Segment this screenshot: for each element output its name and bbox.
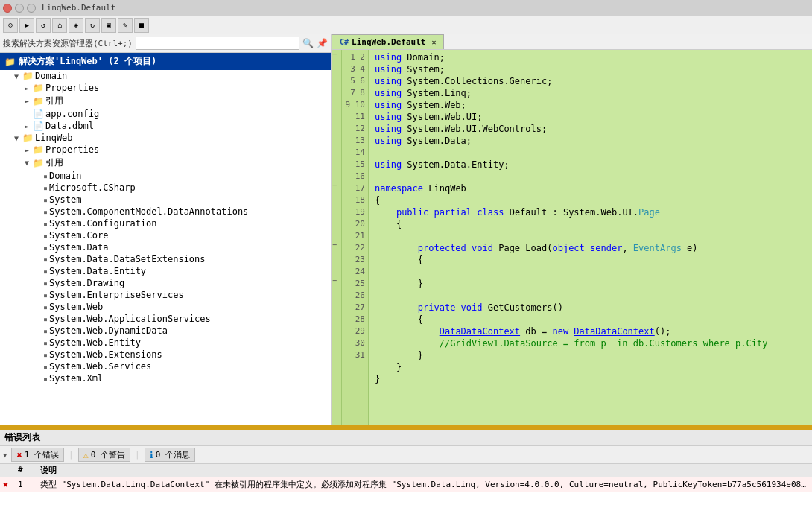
ref-icon: ▪ xyxy=(43,196,48,204)
tree-item-label: app.config xyxy=(45,109,99,119)
tree-item-label: System.Data.DataSetExtensions xyxy=(49,254,206,264)
tree-item[interactable]: ▼📁Domain xyxy=(0,70,331,82)
error-filter-btn[interactable]: ✖ 1 个错误 xyxy=(11,448,63,462)
tree-item[interactable]: ▪System.Web.DynamicData xyxy=(0,325,331,337)
ref-icon: ▪ xyxy=(43,363,48,371)
tree-item-label: LinqWeb xyxy=(35,133,73,143)
tree-item[interactable]: ▪System.Web.ApplicationServices xyxy=(0,313,331,325)
row-error-icon: ✖ xyxy=(3,480,18,490)
editor-tab-default[interactable]: C# LinqWeb.Default ✕ xyxy=(332,34,444,49)
file-icon: 📄 xyxy=(33,121,44,131)
tree-item[interactable]: ▪System.EnterpriseServices xyxy=(0,289,331,301)
ref-icon: ▪ xyxy=(43,184,48,192)
search-icon[interactable]: 🔍 xyxy=(302,38,314,48)
search-bar: 搜索解决方案资源管理器(Ctrl+;) 🔍 📌 xyxy=(0,34,331,53)
tree-item-label: System.Xml xyxy=(49,373,103,384)
tree-item-label: System.Web.Entity xyxy=(49,337,141,348)
filter-chevron[interactable]: ▼ xyxy=(3,451,7,459)
main-layout: 搜索解决方案资源管理器(Ctrl+;) 🔍 📌 📁 解决方案'LinqWeb' … xyxy=(0,34,812,425)
tab-icon: C# xyxy=(340,38,349,46)
expand-icon[interactable]: ► xyxy=(21,146,33,154)
close-btn[interactable] xyxy=(3,4,12,13)
tree-item[interactable]: ►📁引用 xyxy=(0,94,331,108)
tree-item[interactable]: ►📁Properties xyxy=(0,144,331,156)
tree-item-label: System.Drawing xyxy=(49,278,124,288)
warn-filter-btn[interactable]: ⚠ 0 个警告 xyxy=(78,448,130,462)
tree-item[interactable]: ▪System.ComponentModel.DataAnnotations xyxy=(0,206,331,218)
collapse-marker-4[interactable]: − xyxy=(332,276,337,285)
tree-item-label: Properties xyxy=(45,83,99,93)
collapse-marker-2[interactable]: − xyxy=(332,181,337,189)
pin-icon[interactable]: 📌 xyxy=(317,38,328,48)
title-text: LinqWeb.Default xyxy=(42,3,115,13)
info-filter-btn[interactable]: ℹ 0 个消息 xyxy=(145,448,195,462)
expand-icon[interactable]: ▼ xyxy=(10,134,22,142)
toolbar-btn-8[interactable]: ✎ xyxy=(118,18,133,33)
tree-item[interactable]: ▪System.Data xyxy=(0,241,331,253)
separator-2: | xyxy=(135,450,140,460)
tree-item[interactable]: ▪System.Xml xyxy=(0,372,331,384)
code-content[interactable]: using Domain; using System; using System… xyxy=(369,50,812,425)
tree-item[interactable]: ▪System.Configuration xyxy=(0,218,331,229)
tree-item[interactable]: ▪System.Web xyxy=(0,301,331,313)
maximize-btn[interactable] xyxy=(27,4,36,13)
tree-item[interactable]: 📄app.config xyxy=(0,108,331,120)
tab-close-icon[interactable]: ✕ xyxy=(431,38,436,46)
ref-icon: ▪ xyxy=(43,232,48,240)
tree-item[interactable]: ▪System.Data.Entity xyxy=(0,265,331,277)
tree-item-label: Domain xyxy=(35,71,67,81)
tree-item[interactable]: ▪System xyxy=(0,194,331,206)
tree-item[interactable]: ►📁Properties xyxy=(0,82,331,94)
toolbar-btn-4[interactable]: ⌂ xyxy=(52,18,67,33)
expand-icon[interactable]: ► xyxy=(21,122,33,130)
tree-item[interactable]: ▼📁引用 xyxy=(0,156,331,170)
minimize-btn[interactable] xyxy=(15,4,24,13)
ref-icon: ▪ xyxy=(43,267,48,276)
tree-item-label: System.Web.DynamicData xyxy=(49,326,168,336)
tree-item[interactable]: ▪System.Web.Entity xyxy=(0,337,331,349)
search-input[interactable] xyxy=(136,36,299,50)
tree-item-label: 引用 xyxy=(45,156,63,169)
tree-item[interactable]: ▪System.Web.Extensions xyxy=(0,349,331,361)
folder-icon: 📁 xyxy=(33,96,44,107)
bottom-panel: 错误列表 ▼ ✖ 1 个错误 | ⚠ 0 个警告 | ℹ 0 个消息 # 说明 … xyxy=(0,425,812,511)
toolbar-btn-6[interactable]: ↻ xyxy=(85,18,100,33)
tree-item[interactable]: ▪System.Web.Services xyxy=(0,361,331,372)
ref-icon: ▪ xyxy=(43,327,48,335)
toolbar-btn-7[interactable]: ▣ xyxy=(101,18,116,33)
tree-item-label: System.Core xyxy=(49,230,108,241)
toolbar-btn-1[interactable]: ⊙ xyxy=(3,18,18,33)
toolbar-btn-9[interactable]: ■ xyxy=(134,18,149,33)
tree-item-label: System.ComponentModel.DataAnnotations xyxy=(49,206,248,217)
toolbar-btn-2[interactable]: ▶ xyxy=(19,18,34,33)
col-desc: 说明 xyxy=(40,465,809,476)
tree-item-label: System.Data xyxy=(49,242,108,253)
tree-item[interactable]: ▪Microsoft.CSharp xyxy=(0,182,331,194)
expand-icon[interactable]: ► xyxy=(21,97,33,105)
error-toolbar: ▼ ✖ 1 个错误 | ⚠ 0 个警告 | ℹ 0 个消息 xyxy=(0,446,812,464)
error-row[interactable]: ✖ 1 类型 "System.Data.Linq.DataContext" 在未… xyxy=(0,477,812,492)
tree-item[interactable]: ▪System.Core xyxy=(0,229,331,241)
expand-icon[interactable]: ► xyxy=(21,84,33,92)
col-icon xyxy=(3,465,18,476)
ref-icon: ▪ xyxy=(43,339,48,347)
toolbar-btn-3[interactable]: ↺ xyxy=(36,18,51,33)
tree-item[interactable]: ▼📁LinqWeb xyxy=(0,132,331,144)
tree-item[interactable]: ►📄Data.dbml xyxy=(0,120,331,132)
warn-icon: ⚠ xyxy=(83,450,89,460)
toolbar-btn-5[interactable]: ◈ xyxy=(69,18,83,33)
file-icon: 📄 xyxy=(33,109,44,119)
tree-item[interactable]: ▪Domain xyxy=(0,170,331,182)
expand-icon[interactable]: ▼ xyxy=(10,72,22,80)
tree-item-label: System xyxy=(49,194,81,205)
expand-icon[interactable]: ▼ xyxy=(21,159,33,167)
tree-item[interactable]: ▪System.Data.DataSetExtensions xyxy=(0,253,331,265)
collapse-marker-1[interactable]: − xyxy=(332,50,337,58)
code-area[interactable]: − − − − 1 2 3 4 5 6 7 8 9 10 11 12 13 14… xyxy=(332,50,812,425)
collapse-marker-3[interactable]: − xyxy=(332,241,337,249)
tree-item[interactable]: ▪System.Drawing xyxy=(0,277,331,289)
tab-label: LinqWeb.Default xyxy=(352,37,425,47)
error-table: # 说明 ✖ 1 类型 "System.Data.Linq.DataContex… xyxy=(0,464,812,511)
folder-icon: 📁 xyxy=(22,133,34,143)
tree-item-label: Domain xyxy=(49,171,81,181)
